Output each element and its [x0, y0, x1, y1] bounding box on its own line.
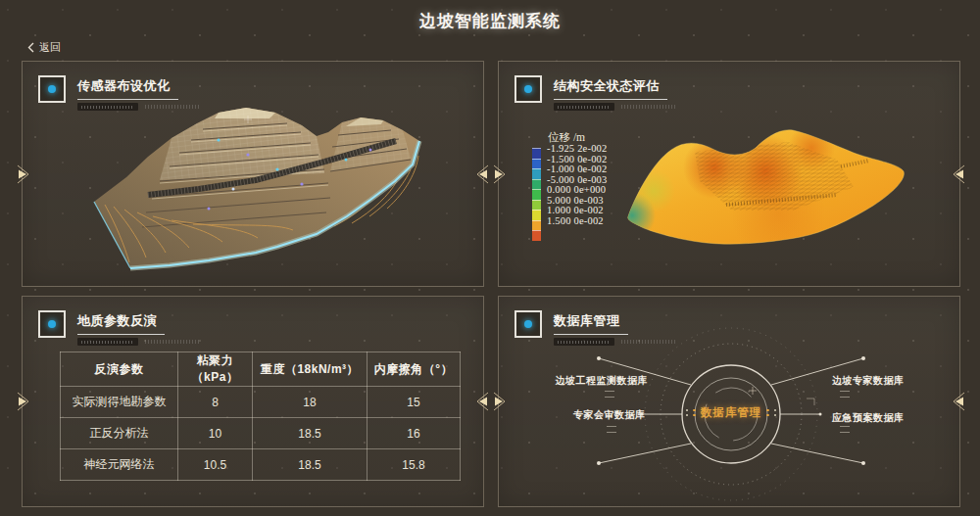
- subtitle-badge: [554, 338, 614, 346]
- db-center-label: 数据库管理: [701, 405, 762, 420]
- back-button[interactable]: 返回: [27, 40, 61, 55]
- panel-marker-icon: [514, 75, 542, 103]
- panel-marker-icon: [38, 75, 66, 103]
- table-header-cell: 内摩擦角（°）: [368, 352, 461, 387]
- legend-colorbar: [532, 148, 541, 241]
- panel-expand-arrow-left[interactable]: [491, 391, 507, 412]
- subtitle-badge: [77, 103, 138, 111]
- panel-expand-arrow-left[interactable]: [491, 164, 507, 185]
- subtitle-decoration: [145, 105, 200, 109]
- table-header-cell: 重度（18kN/m³）: [253, 352, 368, 387]
- db-node-expert-review[interactable]: 专家会审数据库: [573, 408, 640, 422]
- panel-structural-safety: 结构安全状态评估 位移 /m -1.925 2e-002 -1.500 0e-0…: [498, 61, 960, 287]
- displacement-legend: 位移 /m -1.925 2e-002 -1.500 0e-002 -1.000…: [532, 130, 608, 241]
- panel-title: 传感器布设优化: [77, 77, 178, 100]
- panel-title: 数据库管理: [554, 312, 628, 335]
- table-cell: 神经元网络法: [61, 449, 178, 481]
- dots-decoration: [766, 409, 769, 417]
- dots-decoration: [686, 409, 689, 417]
- panel-geological-inversion: 地质参数反演 反演参数 粘聚力（kPa） 重度（18kN/m³） 内摩擦角（°）…: [22, 296, 484, 507]
- table-cell: 10.5: [178, 449, 253, 481]
- table-row: 实际测得地勘参数 8 18 15: [61, 387, 461, 418]
- node-decoration: [605, 391, 614, 398]
- table-cell: 15.8: [368, 449, 461, 481]
- table-row: 神经元网络法 10.5 18.5 15.8: [61, 449, 461, 481]
- dots-decoration: [693, 409, 696, 417]
- panel-expand-arrow-left[interactable]: [15, 164, 30, 185]
- back-label: 返回: [39, 40, 61, 55]
- db-node-emergency-plan[interactable]: 应急预案数据库: [832, 411, 905, 425]
- table-header-cell: 反演参数: [61, 352, 178, 387]
- table-cell: 实际测得地勘参数: [61, 387, 178, 418]
- inversion-parameters-table: 反演参数 粘聚力（kPa） 重度（18kN/m³） 内摩擦角（°） 实际测得地勘…: [60, 352, 461, 481]
- subtitle-decoration: [621, 105, 676, 109]
- table-cell: 8: [178, 387, 253, 418]
- node-decoration: [840, 391, 850, 398]
- panel-sensor-layout: 传感器布设优化: [22, 61, 484, 287]
- node-decoration: [607, 426, 616, 433]
- table-cell: 18.5: [253, 449, 368, 481]
- subtitle-badge: [554, 103, 614, 111]
- subtitle-badge: [77, 338, 138, 346]
- panel-database-management: 数据库管理 边坡工程监测数据库 专家会审数据库 边坡专家数据库: [498, 296, 960, 507]
- dots-decoration: [774, 409, 777, 417]
- panel-expand-arrow-right[interactable]: [475, 164, 491, 185]
- panel-marker-icon: [514, 310, 542, 338]
- legend-labels: -1.925 2e-002 -1.500 0e-002 -1.000 0e-00…: [547, 144, 608, 241]
- table-cell: 18: [253, 387, 368, 418]
- panel-expand-arrow-right[interactable]: [952, 391, 967, 412]
- node-decoration: [840, 426, 850, 433]
- panel-expand-arrow-right[interactable]: [952, 164, 967, 185]
- table-header-cell: 粘聚力（kPa）: [178, 352, 253, 387]
- table-cell: 正反分析法: [61, 418, 178, 449]
- panel-expand-arrow-left[interactable]: [15, 391, 30, 412]
- panel-expand-arrow-right[interactable]: [475, 391, 491, 412]
- table-row: 正反分析法 10 18.5 16: [61, 418, 461, 449]
- panel-title: 结构安全状态评估: [554, 77, 667, 100]
- chevron-left-icon: [27, 42, 34, 53]
- table-cell: 10: [178, 418, 253, 449]
- db-node-monitoring[interactable]: 边坡工程监测数据库: [554, 374, 648, 388]
- subtitle-decoration: [145, 340, 200, 344]
- db-hub-center[interactable]: 数据库管理: [653, 405, 809, 420]
- panel-title: 地质参数反演: [77, 312, 165, 335]
- table-cell: 15: [368, 387, 461, 418]
- panel-marker-icon: [38, 310, 66, 338]
- table-cell: 18.5: [253, 418, 368, 449]
- db-node-slope-expert[interactable]: 边坡专家数据库: [832, 374, 905, 388]
- page-title: 边坡智能监测系统: [0, 10, 980, 32]
- table-cell: 16: [368, 418, 461, 449]
- subtitle-decoration: [621, 340, 676, 344]
